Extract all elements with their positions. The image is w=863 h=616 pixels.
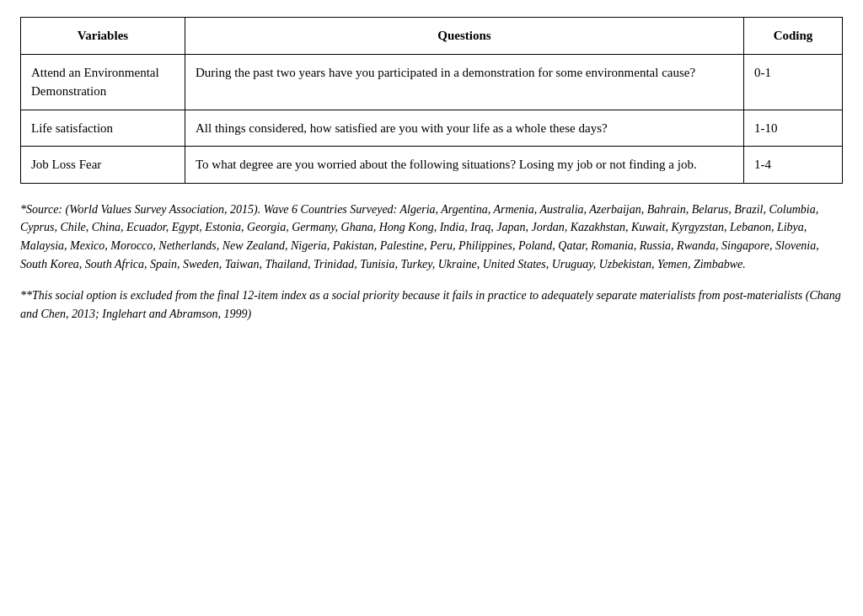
cell-question-1: All things considered, how satisfied are… — [185, 110, 744, 147]
table-row: Attend an Environmental DemonstrationDur… — [21, 54, 843, 110]
footnote-1-text: *Source: (World Values Survey Associatio… — [20, 203, 819, 271]
header-variables: Variables — [21, 18, 185, 55]
variables-table: Variables Questions Coding Attend an Env… — [20, 17, 843, 184]
main-table-container: Variables Questions Coding Attend an Env… — [20, 17, 843, 184]
cell-variable-2: Job Loss Fear — [21, 147, 185, 184]
footnotes-section: *Source: (World Values Survey Associatio… — [20, 201, 843, 324]
footnote-2: **This social option is excluded from th… — [20, 287, 843, 323]
cell-variable-0: Attend an Environmental Demonstration — [21, 54, 185, 110]
cell-question-2: To what degree are you worried about the… — [185, 147, 744, 184]
footnote-2-text: **This social option is excluded from th… — [20, 289, 841, 320]
table-row: Life satisfactionAll things considered, … — [21, 110, 843, 147]
cell-coding-1: 1-10 — [744, 110, 843, 147]
cell-coding-0: 0-1 — [744, 54, 843, 110]
table-row: Job Loss FearTo what degree are you worr… — [21, 147, 843, 184]
cell-coding-2: 1-4 — [744, 147, 843, 184]
footnote-1: *Source: (World Values Survey Associatio… — [20, 201, 843, 274]
cell-variable-1: Life satisfaction — [21, 110, 185, 147]
header-questions: Questions — [185, 18, 744, 55]
table-header-row: Variables Questions Coding — [21, 18, 843, 55]
cell-question-0: During the past two years have you parti… — [185, 54, 744, 110]
header-coding: Coding — [744, 18, 843, 55]
